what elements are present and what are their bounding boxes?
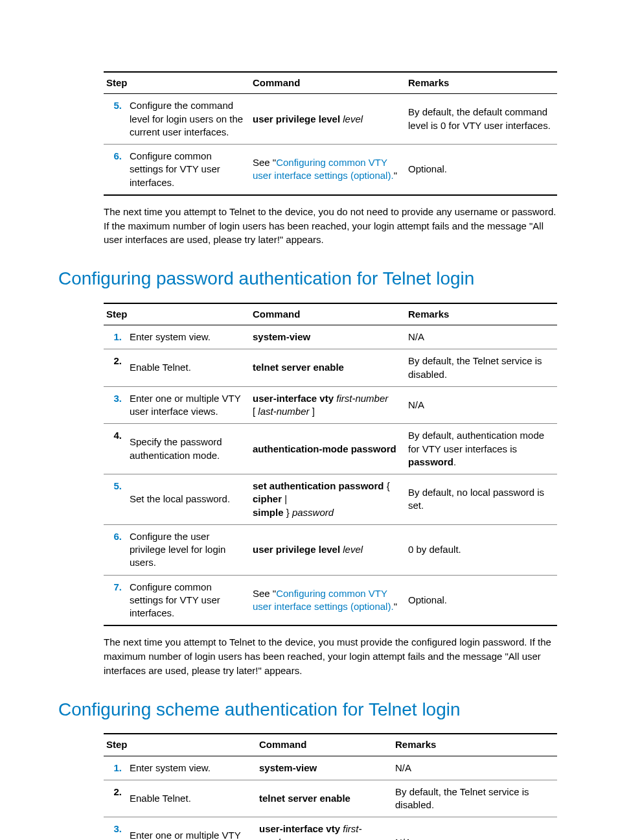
- th-command: Command: [250, 303, 406, 325]
- step-text: Enable Telnet.: [127, 780, 257, 817]
- heading-password-auth: Configuring password authentication for …: [58, 266, 560, 291]
- table-row: 2. Enable Telnet. telnet server enable B…: [104, 780, 557, 817]
- step-text: Set the local password.: [127, 474, 250, 525]
- step-number: 7.: [104, 575, 127, 625]
- paragraph-1: The next time you attempt to Telnet to t…: [104, 205, 560, 247]
- remarks-cell: N/A: [406, 325, 557, 349]
- remarks-cell: N/A: [393, 756, 557, 780]
- step-text: Enter system view.: [127, 756, 257, 780]
- command-cell: system-view: [250, 325, 406, 349]
- step-number: 1.: [104, 325, 127, 349]
- step-number: 6.: [104, 145, 127, 195]
- remarks-cell: N/A: [393, 817, 557, 840]
- table-2: Step Command Remarks 1. Enter system vie…: [104, 303, 557, 627]
- table-row: 6. Configure common settings for VTY use…: [104, 145, 557, 195]
- table-row: 1. Enter system view. system-view N/A: [104, 756, 557, 780]
- heading-scheme-auth: Configuring scheme authentication for Te…: [58, 697, 560, 722]
- paragraph-2: The next time you attempt to Telnet to t…: [104, 635, 560, 677]
- th-step: Step: [104, 72, 250, 94]
- command-cell: authentication-mode password: [250, 424, 406, 474]
- step-text: Enter one or multiple VTY user interface…: [127, 817, 257, 840]
- table-row: 6. Configure the user privilege level fo…: [104, 524, 557, 575]
- table-1: Step Command Remarks 5. Configure the co…: [104, 71, 557, 196]
- th-step: Step: [104, 303, 250, 325]
- remarks-cell: By default, the Telnet service is disabl…: [393, 780, 557, 817]
- step-text: Configure common settings for VTY user i…: [127, 575, 250, 625]
- step-number: 5.: [104, 474, 127, 525]
- step-text: Enter one or multiple VTY user interface…: [127, 386, 250, 424]
- command-cell: user privilege level level: [250, 524, 406, 575]
- step-text: Enable Telnet.: [127, 349, 250, 387]
- th-step: Step: [104, 734, 257, 756]
- remarks-cell: 0 by default.: [406, 524, 557, 575]
- command-cell: system-view: [257, 756, 393, 780]
- th-command: Command: [250, 72, 406, 94]
- table-row: 3. Enter one or multiple VTY user interf…: [104, 817, 557, 840]
- table-row: 5. Set the local password. set authentic…: [104, 474, 557, 525]
- command-cell: user-interface vty first-number [ last-n…: [250, 386, 406, 424]
- remarks-cell: Optional.: [406, 575, 557, 625]
- step-text: Configure the user privilege level for l…: [127, 524, 250, 575]
- step-text: Enter system view.: [127, 325, 250, 349]
- command-cell: set authentication password { cipher | s…: [250, 474, 406, 525]
- table-row: 5. Configure the command level for login…: [104, 94, 557, 145]
- command-cell: telnet server enable: [250, 349, 406, 387]
- table-row: 1. Enter system view. system-view N/A: [104, 325, 557, 349]
- remarks-cell: By default, the Telnet service is disabl…: [406, 349, 557, 387]
- remarks-cell: Optional.: [406, 145, 557, 195]
- step-text: Configure common settings for VTY user i…: [127, 145, 250, 195]
- table-row: 7. Configure common settings for VTY use…: [104, 575, 557, 625]
- table-row: 4. Specify the password authentication m…: [104, 424, 557, 474]
- th-remarks: Remarks: [393, 734, 557, 756]
- step-number: 3.: [104, 386, 127, 424]
- step-number: 1.: [104, 756, 127, 780]
- step-text: Configure the command level for login us…: [127, 94, 250, 145]
- command-cell: telnet server enable: [257, 780, 393, 817]
- th-command: Command: [257, 734, 393, 756]
- step-number: 3.: [104, 817, 127, 840]
- command-cell: See "Configuring common VTY user interfa…: [250, 145, 406, 195]
- step-number: 4.: [104, 424, 127, 474]
- remarks-cell: By default, no local password is set.: [406, 474, 557, 525]
- th-remarks: Remarks: [406, 303, 557, 325]
- remarks-cell: N/A: [406, 386, 557, 424]
- remarks-cell: By default, authentication mode for VTY …: [406, 424, 557, 474]
- step-number: 2.: [104, 349, 127, 387]
- table-3: Step Command Remarks 1. Enter system vie…: [104, 733, 557, 840]
- command-cell: See "Configuring common VTY user interfa…: [250, 575, 406, 625]
- command-cell: user-interface vty first-number [ last-n…: [257, 817, 393, 840]
- table-row: 3. Enter one or multiple VTY user interf…: [104, 386, 557, 424]
- step-text: Specify the password authentication mode…: [127, 424, 250, 474]
- step-number: 2.: [104, 780, 127, 817]
- th-remarks: Remarks: [406, 72, 557, 94]
- table-row: 2. Enable Telnet. telnet server enable B…: [104, 349, 557, 387]
- command-cell: user privilege level level: [250, 94, 406, 145]
- step-number: 5.: [104, 94, 127, 145]
- remarks-cell: By default, the default command level is…: [406, 94, 557, 145]
- step-number: 6.: [104, 524, 127, 575]
